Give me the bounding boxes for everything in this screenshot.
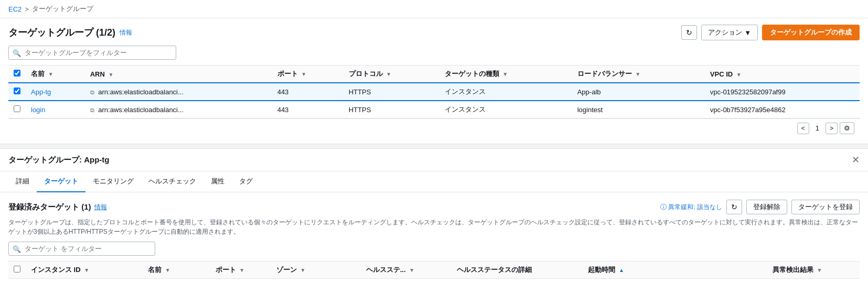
row-name-link[interactable]: login bbox=[31, 106, 45, 114]
reg-sort-icon-launch: ▲ bbox=[619, 267, 624, 273]
reg-row-anomaly-cell: ✓ Normal bbox=[767, 279, 860, 284]
registered-search-icon: 🔍 bbox=[13, 245, 21, 253]
registered-header: 登録済みターゲット (1) 情報 ⓘ 異常緩和: 該当なし ↻ 登録解除 ターゲ… bbox=[8, 200, 860, 214]
registered-title: 登録済みターゲット (1) 情報 bbox=[8, 202, 107, 212]
breadcrumb-ec2-link[interactable]: EC2 bbox=[8, 5, 22, 13]
pagination-next-button[interactable]: > bbox=[826, 123, 838, 134]
detail-tabs: 詳細 ターゲット モニタリング ヘルスチェック 属性 タグ bbox=[0, 171, 868, 192]
reg-col-header-port: ポート ▼ bbox=[210, 262, 271, 279]
sort-icon-vpc: ▼ bbox=[736, 72, 742, 78]
target-groups-table: 名前 ▼ ARN ▼ ポート ▼ プロトコル ▼ ターゲットの種類 ▼ bbox=[8, 65, 860, 118]
action-button-label: アクション bbox=[708, 28, 742, 37]
tab-attributes[interactable]: 属性 bbox=[203, 171, 232, 192]
reg-col-header-checkbox bbox=[8, 262, 26, 279]
top-panel-title: ターゲットグループ (1/2) 情報 bbox=[8, 26, 132, 39]
reg-select-all-checkbox[interactable] bbox=[14, 266, 20, 273]
sort-icon-name: ▼ bbox=[48, 71, 53, 77]
reg-col-header-zone: ゾーン ▼ bbox=[271, 262, 361, 279]
breadcrumb-separator: > bbox=[25, 5, 29, 13]
anomaly-link[interactable]: ⓘ 異常緩和: 該当なし bbox=[660, 203, 722, 212]
reg-sort-icon-name: ▼ bbox=[165, 267, 170, 273]
row-port-cell: 443 bbox=[272, 83, 344, 101]
refresh-button[interactable]: ↻ bbox=[681, 25, 697, 40]
breadcrumb-current: ターゲットグループ bbox=[32, 4, 93, 14]
row-checkbox[interactable] bbox=[14, 105, 20, 112]
col-header-protocol: プロトコル ▼ bbox=[344, 66, 440, 83]
top-panel-actions: ↻ アクション ▼ ターゲットグループの作成 bbox=[681, 25, 860, 40]
action-button[interactable]: アクション ▼ bbox=[701, 25, 758, 40]
top-panel-header: ターゲットグループ (1/2) 情報 ↻ アクション ▼ ターゲットグループの作… bbox=[8, 25, 860, 40]
registered-refresh-button[interactable]: ↻ bbox=[726, 200, 742, 214]
row-checkbox-cell bbox=[8, 83, 26, 101]
reg-sort-icon-anomaly: ▼ bbox=[817, 267, 822, 273]
reg-row-port-cell: 443 bbox=[210, 279, 271, 284]
row-vpc-cell: vpc-0195232582097af99 bbox=[705, 83, 860, 101]
registered-targets-section: 登録済みターゲット (1) 情報 ⓘ 異常緩和: 該当なし ↻ 登録解除 ターゲ… bbox=[0, 192, 868, 283]
tab-tags[interactable]: タグ bbox=[232, 171, 260, 192]
reg-row-health-status-cell: ⊗ Unhealthy bbox=[361, 279, 452, 284]
row-protocol-cell: HTTPS bbox=[344, 101, 440, 118]
reg-sort-icon-zone: ▼ bbox=[301, 267, 306, 273]
row-lb-cell: App-alb bbox=[572, 83, 705, 101]
reg-row-instance-id-cell: i-09f66e4c9645c9b33 bbox=[26, 279, 143, 284]
row-arn-value: arn:aws:elasticloadbalanci... bbox=[98, 88, 184, 96]
select-all-checkbox[interactable] bbox=[14, 70, 20, 77]
top-panel-info-link[interactable]: 情報 bbox=[120, 28, 132, 37]
row-checkbox[interactable] bbox=[14, 88, 20, 94]
reg-sort-icon-health: ▼ bbox=[409, 267, 414, 273]
detail-panel: ターゲットグループ: App-tg ✕ 詳細 ターゲット モニタリング ヘルスチ… bbox=[0, 148, 868, 283]
registered-search-input[interactable] bbox=[8, 242, 155, 256]
sort-icon-port: ▼ bbox=[301, 71, 306, 77]
col-header-vpc: VPC ID ▼ bbox=[705, 66, 860, 83]
top-panel: ターゲットグループ (1/2) 情報 ↻ アクション ▼ ターゲットグループの作… bbox=[0, 18, 868, 144]
reg-col-header-launch-time: 起動時間 ▲ bbox=[583, 262, 767, 279]
row-arn-value: arn:aws:elasticloadbalanci... bbox=[98, 106, 184, 114]
row-arn-cell: ⧉ arn:aws:elasticloadbalanci... bbox=[85, 83, 272, 101]
row-arn-cell: ⧉ arn:aws:elasticloadbalanci... bbox=[85, 101, 272, 118]
tab-monitoring[interactable]: モニタリング bbox=[85, 171, 141, 192]
row-port-cell: 443 bbox=[272, 101, 344, 118]
row-checkbox-cell bbox=[8, 101, 26, 118]
row-name-cell: login bbox=[26, 101, 85, 118]
reg-row-health-detail-cell: Health checks failed bbox=[452, 279, 583, 284]
detail-panel-title: ターゲットグループ: App-tg bbox=[8, 155, 109, 165]
copy-icon[interactable]: ⧉ bbox=[90, 107, 94, 113]
close-button[interactable]: ✕ bbox=[852, 154, 860, 166]
registered-title-text: 登録済みターゲット (1) bbox=[8, 202, 91, 212]
search-input[interactable] bbox=[8, 46, 176, 60]
copy-icon[interactable]: ⧉ bbox=[90, 89, 94, 95]
top-pagination: < 1 > ⚙ bbox=[8, 118, 860, 137]
tab-details[interactable]: 詳細 bbox=[8, 171, 37, 192]
registered-search-bar: 🔍 bbox=[8, 242, 860, 256]
table-row[interactable]: login ⧉ arn:aws:elasticloadbalanci... 44… bbox=[8, 101, 860, 118]
col-header-lb: ロードバランサー ▼ bbox=[572, 66, 705, 83]
row-target-type-cell: インスタンス bbox=[440, 83, 572, 101]
row-name-link[interactable]: App-tg bbox=[31, 88, 51, 96]
create-target-group-button[interactable]: ターゲットグループの作成 bbox=[762, 25, 860, 40]
reg-col-header-name: 名前 ▼ bbox=[143, 262, 210, 279]
pagination-page: 1 bbox=[811, 123, 823, 134]
target-group-title: ターゲットグループ (1/2) bbox=[8, 26, 115, 39]
sort-icon-arn: ▼ bbox=[108, 72, 113, 78]
table-header-checkbox bbox=[8, 66, 26, 83]
tab-targets[interactable]: ターゲット bbox=[37, 171, 85, 192]
registered-actions: ⓘ 異常緩和: 該当なし ↻ 登録解除 ターゲットを登録 bbox=[660, 200, 860, 214]
reg-col-header-health-detail: ヘルスステータスの詳細 bbox=[452, 262, 583, 279]
search-bar: 🔍 bbox=[8, 46, 860, 60]
registered-description: ターゲットグループは、指定したプロトコルとポート番号を使用して、登録されている個… bbox=[8, 217, 860, 236]
pagination-settings-button[interactable]: ⚙ bbox=[840, 122, 854, 134]
reg-col-header-anomaly: 異常検出結果 ▼ bbox=[767, 262, 860, 279]
dropdown-icon: ▼ bbox=[744, 29, 751, 37]
registered-table-row[interactable]: i-09f66e4c9645c9b33 App-server 443 ap-no… bbox=[8, 279, 860, 284]
pagination-prev-button[interactable]: < bbox=[797, 123, 809, 134]
tab-health-check[interactable]: ヘルスチェック bbox=[141, 171, 203, 192]
deregister-button[interactable]: 登録解除 bbox=[746, 200, 787, 214]
reg-col-header-health-status: ヘルスステ... ▼ bbox=[361, 262, 452, 279]
breadcrumb: EC2 > ターゲットグループ bbox=[0, 0, 868, 18]
reg-row-checkbox-cell bbox=[8, 279, 26, 284]
col-header-name: 名前 ▼ bbox=[26, 66, 85, 83]
table-row[interactable]: App-tg ⧉ arn:aws:elasticloadbalanci... 4… bbox=[8, 83, 860, 101]
reg-row-name-cell: App-server bbox=[143, 279, 210, 284]
registered-info-link[interactable]: 情報 bbox=[94, 203, 107, 212]
register-target-button[interactable]: ターゲットを登録 bbox=[791, 200, 860, 214]
